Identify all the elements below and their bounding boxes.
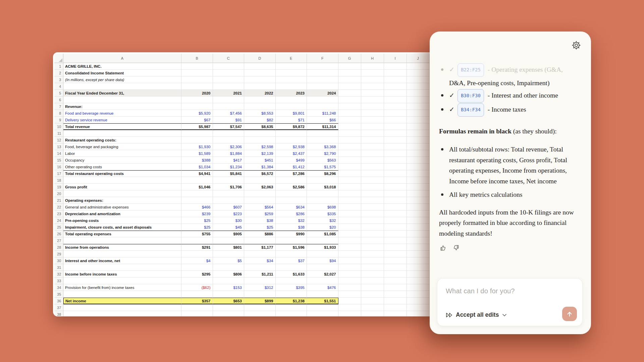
cell-I5[interactable] — [384, 90, 407, 97]
row-header-36[interactable]: 36 — [54, 298, 63, 304]
cell-G32[interactable] — [338, 271, 361, 278]
cell-A29[interactable] — [63, 251, 181, 257]
cell-D20[interactable] — [244, 190, 276, 197]
cell-E29[interactable] — [276, 251, 307, 257]
cell-E2[interactable] — [276, 70, 307, 76]
cell-G21[interactable] — [338, 197, 361, 204]
cell-C21[interactable] — [213, 197, 245, 204]
cell-G34[interactable] — [338, 284, 361, 291]
row-header-5[interactable]: 5 — [54, 90, 63, 97]
cell-F14[interactable]: $2,790 — [307, 150, 338, 157]
cell-F28[interactable]: $1,933 — [307, 244, 338, 251]
cell-J9[interactable] — [407, 117, 430, 123]
cell-F37[interactable] — [307, 304, 338, 311]
cell-E21[interactable] — [276, 197, 307, 204]
cell-A34[interactable]: Provision for (benefit from) income taxe… — [63, 284, 181, 291]
cell-B13[interactable]: $1,930 — [181, 143, 213, 150]
cell-E20[interactable] — [276, 190, 307, 197]
cell-D29[interactable] — [244, 251, 276, 257]
cell-J20[interactable] — [407, 190, 430, 197]
cell-E23[interactable]: $286 — [276, 210, 307, 217]
cell-C35[interactable] — [213, 291, 245, 298]
cell-G27[interactable] — [338, 237, 361, 244]
cell-H21[interactable] — [361, 197, 384, 204]
cell-F34[interactable]: $476 — [307, 284, 338, 291]
cell-F16[interactable]: $1,575 — [307, 164, 338, 170]
cell-H6[interactable] — [361, 97, 384, 103]
cell-I15[interactable] — [384, 157, 407, 164]
cell-J11[interactable] — [407, 130, 430, 137]
cell-A30[interactable]: Interest and other income, net — [63, 257, 181, 264]
cell-G12[interactable] — [338, 137, 361, 143]
row-header-12[interactable]: 12 — [54, 137, 63, 143]
cell-H16[interactable] — [361, 164, 384, 170]
cell-G25[interactable] — [338, 224, 361, 231]
cell-A38[interactable] — [63, 311, 181, 316]
cell-A1[interactable]: ACME GRILLE, INC. — [63, 63, 181, 70]
cell-A3[interactable]: (In millions, except per share data) — [63, 76, 181, 83]
cell-D30[interactable]: $34 — [244, 257, 276, 264]
row-header-2[interactable]: 2 — [54, 70, 63, 76]
cell-I27[interactable] — [384, 237, 407, 244]
cell-I10[interactable] — [384, 123, 407, 130]
cell-E11[interactable] — [276, 130, 307, 137]
cell-G6[interactable] — [338, 97, 361, 103]
cell-B16[interactable]: $1,034 — [181, 164, 213, 170]
column-header-E[interactable]: E — [276, 54, 307, 63]
cell-B3[interactable] — [181, 76, 213, 83]
cell-D7[interactable] — [244, 103, 276, 110]
cell-J28[interactable] — [407, 244, 430, 251]
cell-B25[interactable]: $25 — [181, 224, 213, 231]
cell-A13[interactable]: Food, beverage and packaging — [63, 143, 181, 150]
cell-C14[interactable]: $1,884 — [213, 150, 245, 157]
row-header-4[interactable]: 4 — [54, 83, 63, 90]
cell-B31[interactable] — [181, 264, 213, 271]
send-button[interactable] — [562, 307, 577, 321]
cell-A28[interactable]: Income from operations — [63, 244, 181, 251]
cell-J29[interactable] — [407, 251, 430, 257]
cell-I16[interactable] — [384, 164, 407, 170]
cell-D22[interactable]: $564 — [244, 204, 276, 210]
cell-range-chip[interactable]: B30:F30 — [458, 89, 484, 103]
cell-G19[interactable] — [338, 184, 361, 190]
cell-B15[interactable]: $388 — [181, 157, 213, 164]
cell-I22[interactable] — [384, 204, 407, 210]
cell-A15[interactable]: Occupancy — [63, 157, 181, 164]
cell-H12[interactable] — [361, 137, 384, 143]
cell-B21[interactable] — [181, 197, 213, 204]
cell-F11[interactable] — [307, 130, 338, 137]
cell-J10[interactable] — [407, 123, 430, 130]
cell-J7[interactable] — [407, 103, 430, 110]
cell-C26[interactable]: $905 — [213, 231, 245, 237]
row-header-21[interactable]: 21 — [54, 197, 63, 204]
cell-H26[interactable] — [361, 231, 384, 237]
cell-F15[interactable]: $563 — [307, 157, 338, 164]
cell-D24[interactable]: $38 — [244, 217, 276, 224]
cell-B35[interactable] — [181, 291, 213, 298]
cell-H20[interactable] — [361, 190, 384, 197]
column-header-D[interactable]: D — [244, 54, 276, 63]
cell-B29[interactable] — [181, 251, 213, 257]
cell-F31[interactable] — [307, 264, 338, 271]
cell-I32[interactable] — [384, 271, 407, 278]
cell-C24[interactable]: $30 — [213, 217, 245, 224]
cell-H1[interactable] — [361, 63, 384, 70]
row-header-33[interactable]: 33 — [54, 278, 63, 284]
cell-A16[interactable]: Other operating costs — [63, 164, 181, 170]
cell-C12[interactable] — [213, 137, 245, 143]
row-header-11[interactable]: 11 — [54, 130, 63, 137]
cell-F22[interactable]: $698 — [307, 204, 338, 210]
row-header-37[interactable]: 37 — [54, 304, 63, 311]
cell-B18[interactable] — [181, 177, 213, 184]
cell-C23[interactable]: $223 — [213, 210, 245, 217]
row-header-13[interactable]: 13 — [54, 143, 63, 150]
cell-I4[interactable] — [384, 83, 407, 90]
cell-F35[interactable] — [307, 291, 338, 298]
cell-F13[interactable]: $3,368 — [307, 143, 338, 150]
cell-H18[interactable] — [361, 177, 384, 184]
cell-C37[interactable] — [213, 304, 245, 311]
cell-F26[interactable]: $1,085 — [307, 231, 338, 237]
cell-A18[interactable] — [63, 177, 181, 184]
cell-J2[interactable] — [407, 70, 430, 76]
cell-H3[interactable] — [361, 76, 384, 83]
